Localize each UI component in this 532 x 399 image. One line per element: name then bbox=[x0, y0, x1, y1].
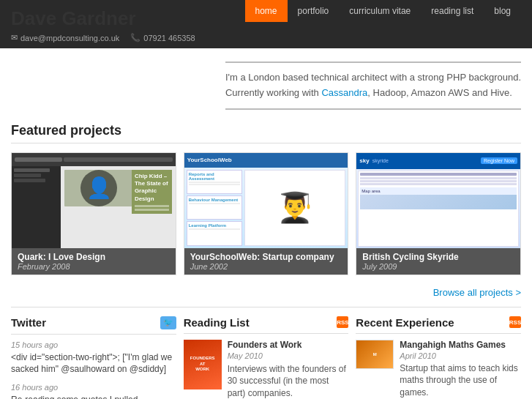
tweet-1: 15 hours ago <div id="section-two-right"… bbox=[11, 340, 176, 376]
reading-item-1-date: May 2010 bbox=[228, 351, 349, 360]
cassandra-link[interactable]: Cassandra bbox=[321, 87, 367, 98]
twitter-bird-icon: 🐦 bbox=[160, 316, 176, 329]
tweet-2-time: 16 hours ago bbox=[11, 383, 176, 392]
reading-item-1-title: Founders at Work bbox=[228, 340, 349, 350]
reading-item-1[interactable]: FOUNDERSATWORK Founders at Work May 2010… bbox=[184, 340, 349, 399]
reading-item-1-thumb: FOUNDERSATWORK bbox=[184, 340, 222, 389]
twitter-heading: Twitter bbox=[11, 316, 46, 329]
reading-list-heading: Reading List bbox=[184, 316, 250, 329]
project-skyride-date: July 2009 bbox=[362, 262, 514, 271]
project-schoolweb-title: YourSchoolWeb: Startup company bbox=[190, 252, 342, 262]
site-title: Dave Gardner bbox=[11, 7, 195, 30]
tweet-1-text: <div id="section-two-right">; ["I'm glad… bbox=[11, 351, 176, 376]
experience-rss-icon: RSS bbox=[509, 316, 521, 328]
exp-item-1[interactable]: M Mangahigh Maths Games April 2010 Start… bbox=[356, 340, 521, 399]
project-schoolweb[interactable]: YourSchoolWeb Reports and Assessment Beh… bbox=[184, 152, 349, 275]
project-quark[interactable]: 👤 Chip Kidd – The State of Graphic Desig… bbox=[11, 152, 176, 275]
project-quark-caption: Quark: I Love Design February 2008 bbox=[12, 248, 176, 275]
recent-experience-section: Recent Experience RSS M Mangahigh Maths … bbox=[356, 316, 521, 399]
exp-item-1-date: April 2010 bbox=[400, 351, 521, 360]
email-address: dave@mpdconsulting.co.uk bbox=[20, 34, 119, 42]
tweet-1-time: 15 hours ago bbox=[11, 340, 176, 349]
reading-item-1-desc: Interviews with the founders of 30 succe… bbox=[228, 363, 349, 399]
nav-portfolio[interactable]: portfolio bbox=[288, 0, 340, 22]
reading-list-section: Reading List RSS FOUNDERSATWORK Founders… bbox=[184, 316, 349, 399]
project-skyride[interactable]: sky skyride Register Now Map area bbox=[356, 152, 521, 275]
phone-icon: 📞 bbox=[130, 33, 141, 42]
project-schoolweb-thumb: YourSchoolWeb Reports and Assessment Beh… bbox=[184, 153, 348, 248]
phone-number: 07921 465358 bbox=[143, 34, 195, 42]
nav-cv[interactable]: curriculum vitae bbox=[339, 0, 421, 22]
nav-reading[interactable]: reading list bbox=[421, 0, 484, 22]
project-schoolweb-caption: YourSchoolWeb: Startup company June 2002 bbox=[184, 248, 348, 275]
nav-blog[interactable]: blog bbox=[484, 0, 521, 22]
project-schoolweb-date: June 2002 bbox=[190, 262, 342, 271]
project-skyride-title: British Cycling Skyride bbox=[362, 252, 514, 262]
browse-all-link[interactable]: Browse all projects > bbox=[433, 287, 521, 298]
project-skyride-thumb: sky skyride Register Now Map area bbox=[356, 153, 520, 248]
reading-rss-icon: RSS bbox=[337, 316, 348, 328]
twitter-section: Twitter 🐦 15 hours ago <div id="section-… bbox=[11, 316, 176, 399]
exp-item-1-desc: Startup that aims to teach kids maths th… bbox=[400, 362, 521, 399]
tweet-2: 16 hours ago Re-reading some quotes I pu… bbox=[11, 383, 176, 399]
project-quark-title: Quark: I Love Design bbox=[18, 252, 170, 262]
email-icon: ✉ bbox=[11, 33, 18, 42]
recent-experience-heading: Recent Experience bbox=[356, 316, 454, 329]
intro-text: I'm a London based technical architect w… bbox=[225, 61, 521, 110]
project-quark-date: February 2008 bbox=[18, 262, 170, 271]
tweet-2-text: Re-reading some quotes I pulled bbox=[11, 394, 176, 399]
featured-projects-heading: Featured projects bbox=[11, 123, 521, 143]
exp-item-1-thumb: M bbox=[356, 340, 394, 369]
exp-item-1-title: Mangahigh Maths Games bbox=[400, 340, 521, 350]
project-skyride-caption: British Cycling Skyride July 2009 bbox=[356, 248, 520, 275]
project-quark-thumb: 👤 Chip Kidd – The State of Graphic Desig… bbox=[12, 153, 176, 248]
intro-line2-prefix: Currently working with bbox=[225, 87, 322, 98]
intro-line1: I'm a London based technical architect w… bbox=[225, 72, 521, 83]
nav-home[interactable]: home bbox=[245, 0, 288, 22]
intro-line2-suffix: , Hadoop, Amazon AWS and Hive. bbox=[367, 87, 512, 98]
